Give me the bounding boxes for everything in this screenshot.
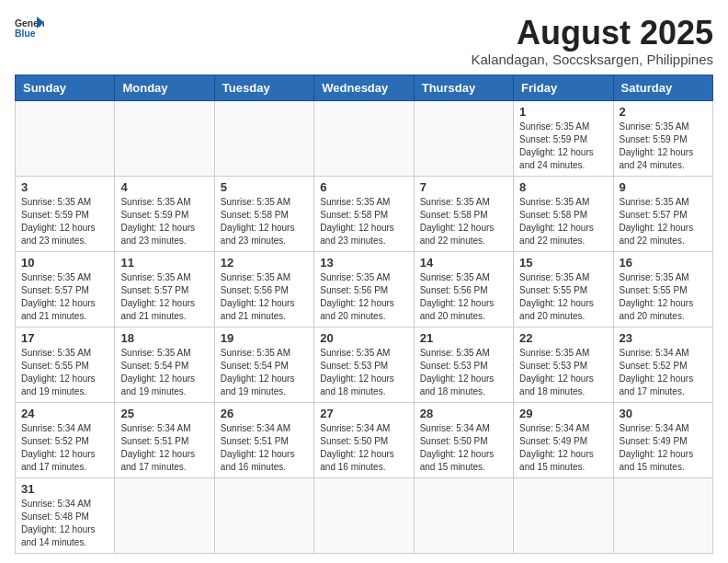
- day-info: Sunrise: 5:35 AM Sunset: 5:59 PM Dayligh…: [120, 196, 208, 247]
- calendar-cell: 14Sunrise: 5:35 AM Sunset: 5:56 PM Dayli…: [414, 251, 513, 327]
- calendar-cell: 16Sunrise: 5:35 AM Sunset: 5:55 PM Dayli…: [613, 251, 712, 327]
- day-number: 26: [221, 407, 308, 420]
- title-area: August 2025 Kalandagan, Soccsksargen, Ph…: [471, 15, 713, 67]
- calendar-cell: 23Sunrise: 5:34 AM Sunset: 5:52 PM Dayli…: [613, 327, 712, 402]
- day-info: Sunrise: 5:35 AM Sunset: 5:57 PM Dayligh…: [21, 271, 108, 323]
- day-number: 8: [519, 180, 607, 194]
- day-number: 19: [221, 331, 308, 345]
- location-subtitle: Kalandagan, Soccsksargen, Philippines: [471, 52, 713, 67]
- day-number: 11: [120, 256, 208, 270]
- calendar-cell: [115, 477, 214, 553]
- day-number: 4: [120, 180, 208, 194]
- generalblue-logo-icon: General Blue: [15, 15, 44, 40]
- week-row-1: 1Sunrise: 5:35 AM Sunset: 5:59 PM Daylig…: [16, 100, 713, 176]
- day-number: 16: [620, 256, 707, 270]
- day-info: Sunrise: 5:35 AM Sunset: 5:53 PM Dayligh…: [320, 347, 407, 398]
- calendar-cell: 25Sunrise: 5:34 AM Sunset: 5:51 PM Dayli…: [115, 402, 214, 477]
- calendar-cell: 4Sunrise: 5:35 AM Sunset: 5:59 PM Daylig…: [115, 176, 214, 251]
- week-row-2: 3Sunrise: 5:35 AM Sunset: 5:59 PM Daylig…: [16, 176, 713, 251]
- calendar-cell: 20Sunrise: 5:35 AM Sunset: 5:53 PM Dayli…: [314, 327, 414, 402]
- week-row-3: 10Sunrise: 5:35 AM Sunset: 5:57 PM Dayli…: [16, 251, 713, 327]
- calendar-cell: 29Sunrise: 5:34 AM Sunset: 5:49 PM Dayli…: [514, 402, 613, 477]
- day-info: Sunrise: 5:34 AM Sunset: 5:51 PM Dayligh…: [221, 422, 308, 474]
- calendar-header-row: SundayMondayTuesdayWednesdayThursdayFrid…: [16, 75, 713, 100]
- day-number: 25: [120, 407, 208, 420]
- day-info: Sunrise: 5:34 AM Sunset: 5:52 PM Dayligh…: [21, 422, 108, 474]
- calendar-cell: 2Sunrise: 5:35 AM Sunset: 5:59 PM Daylig…: [613, 100, 712, 176]
- day-info: Sunrise: 5:35 AM Sunset: 5:56 PM Dayligh…: [320, 271, 407, 323]
- day-info: Sunrise: 5:35 AM Sunset: 5:59 PM Dayligh…: [519, 121, 607, 172]
- calendar-cell: [115, 100, 214, 176]
- calendar-cell: 10Sunrise: 5:35 AM Sunset: 5:57 PM Dayli…: [16, 251, 115, 327]
- day-info: Sunrise: 5:34 AM Sunset: 5:51 PM Dayligh…: [120, 422, 208, 474]
- day-number: 13: [320, 256, 407, 270]
- day-info: Sunrise: 5:35 AM Sunset: 5:58 PM Dayligh…: [420, 196, 507, 247]
- day-info: Sunrise: 5:35 AM Sunset: 5:54 PM Dayligh…: [120, 347, 208, 398]
- calendar-cell: [613, 477, 712, 553]
- day-number: 5: [221, 180, 308, 194]
- calendar-cell: [414, 477, 513, 553]
- calendar-cell: 6Sunrise: 5:35 AM Sunset: 5:58 PM Daylig…: [314, 176, 414, 251]
- col-header-wednesday: Wednesday: [314, 75, 414, 100]
- calendar-cell: 7Sunrise: 5:35 AM Sunset: 5:58 PM Daylig…: [414, 176, 513, 251]
- day-info: Sunrise: 5:35 AM Sunset: 5:55 PM Dayligh…: [519, 271, 607, 323]
- day-number: 29: [519, 407, 607, 420]
- calendar-cell: 5Sunrise: 5:35 AM Sunset: 5:58 PM Daylig…: [214, 176, 313, 251]
- calendar-cell: 9Sunrise: 5:35 AM Sunset: 5:57 PM Daylig…: [613, 176, 712, 251]
- day-info: Sunrise: 5:34 AM Sunset: 5:50 PM Dayligh…: [420, 422, 507, 474]
- calendar-cell: [314, 477, 414, 553]
- week-row-4: 17Sunrise: 5:35 AM Sunset: 5:55 PM Dayli…: [16, 327, 713, 402]
- col-header-thursday: Thursday: [414, 75, 513, 100]
- calendar-cell: 28Sunrise: 5:34 AM Sunset: 5:50 PM Dayli…: [414, 402, 513, 477]
- day-info: Sunrise: 5:35 AM Sunset: 5:59 PM Dayligh…: [21, 196, 108, 247]
- day-number: 28: [420, 407, 507, 420]
- day-number: 15: [519, 256, 607, 270]
- calendar-table: SundayMondayTuesdayWednesdayThursdayFrid…: [15, 75, 713, 554]
- day-info: Sunrise: 5:35 AM Sunset: 5:56 PM Dayligh…: [420, 271, 507, 323]
- day-info: Sunrise: 5:35 AM Sunset: 5:59 PM Dayligh…: [620, 121, 707, 172]
- day-number: 21: [420, 331, 507, 345]
- day-number: 14: [420, 256, 507, 270]
- calendar-cell: 26Sunrise: 5:34 AM Sunset: 5:51 PM Dayli…: [214, 402, 313, 477]
- day-info: Sunrise: 5:35 AM Sunset: 5:53 PM Dayligh…: [420, 347, 507, 398]
- logo: General Blue: [15, 15, 44, 40]
- week-row-5: 24Sunrise: 5:34 AM Sunset: 5:52 PM Dayli…: [16, 402, 713, 477]
- calendar-cell: [314, 100, 414, 176]
- calendar-cell: 13Sunrise: 5:35 AM Sunset: 5:56 PM Dayli…: [314, 251, 414, 327]
- page-header: General Blue August 2025 Kalandagan, Soc…: [15, 15, 713, 67]
- col-header-tuesday: Tuesday: [214, 75, 313, 100]
- day-number: 27: [320, 407, 407, 420]
- day-number: 17: [21, 331, 108, 345]
- day-info: Sunrise: 5:35 AM Sunset: 5:54 PM Dayligh…: [221, 347, 308, 398]
- calendar-cell: 12Sunrise: 5:35 AM Sunset: 5:56 PM Dayli…: [214, 251, 313, 327]
- day-info: Sunrise: 5:35 AM Sunset: 5:57 PM Dayligh…: [620, 196, 707, 247]
- week-row-6: 31Sunrise: 5:34 AM Sunset: 5:48 PM Dayli…: [16, 477, 713, 553]
- day-number: 1: [519, 105, 607, 119]
- day-info: Sunrise: 5:35 AM Sunset: 5:56 PM Dayligh…: [221, 271, 308, 323]
- calendar-cell: 17Sunrise: 5:35 AM Sunset: 5:55 PM Dayli…: [16, 327, 115, 402]
- day-number: 9: [620, 180, 707, 194]
- calendar-cell: 24Sunrise: 5:34 AM Sunset: 5:52 PM Dayli…: [16, 402, 115, 477]
- day-number: 31: [21, 482, 108, 496]
- day-info: Sunrise: 5:35 AM Sunset: 5:55 PM Dayligh…: [21, 347, 108, 398]
- calendar-cell: 15Sunrise: 5:35 AM Sunset: 5:55 PM Dayli…: [514, 251, 613, 327]
- col-header-sunday: Sunday: [16, 75, 115, 100]
- day-info: Sunrise: 5:35 AM Sunset: 5:58 PM Dayligh…: [221, 196, 308, 247]
- svg-text:Blue: Blue: [15, 29, 36, 39]
- day-info: Sunrise: 5:35 AM Sunset: 5:53 PM Dayligh…: [519, 347, 607, 398]
- calendar-cell: 11Sunrise: 5:35 AM Sunset: 5:57 PM Dayli…: [115, 251, 214, 327]
- day-info: Sunrise: 5:34 AM Sunset: 5:49 PM Dayligh…: [620, 422, 707, 474]
- day-number: 10: [21, 256, 108, 270]
- calendar-cell: 1Sunrise: 5:35 AM Sunset: 5:59 PM Daylig…: [514, 100, 613, 176]
- col-header-saturday: Saturday: [613, 75, 712, 100]
- day-number: 23: [620, 331, 707, 345]
- day-info: Sunrise: 5:35 AM Sunset: 5:55 PM Dayligh…: [620, 271, 707, 323]
- day-number: 3: [21, 180, 108, 194]
- day-number: 22: [519, 331, 607, 345]
- calendar-cell: [414, 100, 513, 176]
- calendar-cell: 21Sunrise: 5:35 AM Sunset: 5:53 PM Dayli…: [414, 327, 513, 402]
- day-number: 6: [320, 180, 407, 194]
- day-number: 7: [420, 180, 507, 194]
- calendar-cell: [16, 100, 115, 176]
- calendar-cell: 22Sunrise: 5:35 AM Sunset: 5:53 PM Dayli…: [514, 327, 613, 402]
